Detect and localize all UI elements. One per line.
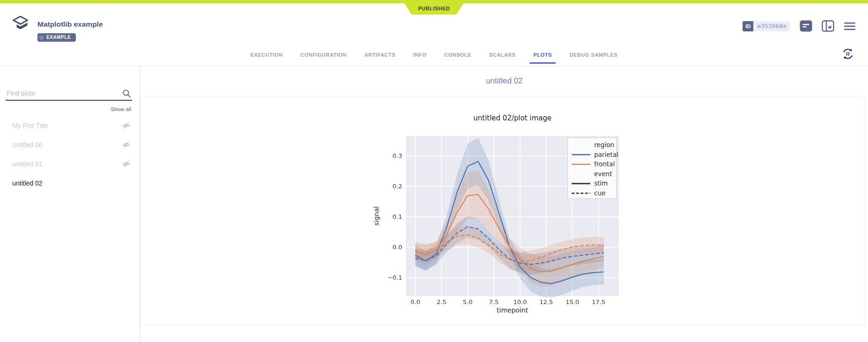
- plot-list: My Plot Title untitled 00 untitled 01: [0, 116, 140, 193]
- svg-text:parietal: parietal: [594, 151, 618, 158]
- svg-text:10.0: 10.0: [513, 298, 527, 305]
- tab-plots[interactable]: PLOTS: [533, 49, 552, 64]
- plot-item-label: My Plot Title: [12, 122, 122, 129]
- plot-list-item[interactable]: untitled 01: [0, 154, 140, 173]
- svg-text:0.2: 0.2: [392, 183, 402, 190]
- tab-bar: EXECUTION CONFIGURATION ARTIFACTS INFO C…: [0, 49, 868, 64]
- tab-debug-samples[interactable]: DEBUG SAMPLES: [570, 49, 618, 64]
- svg-text:5.0: 5.0: [463, 298, 473, 305]
- svg-text:17.5: 17.5: [592, 298, 605, 305]
- experiment-id-chip[interactable]: ID e3530b8e: [743, 21, 790, 31]
- tab-console[interactable]: CONSOLE: [444, 49, 471, 64]
- svg-text:15.0: 15.0: [566, 298, 579, 305]
- svg-text:0.1: 0.1: [392, 213, 402, 220]
- tab-execution[interactable]: EXECUTION: [250, 49, 283, 64]
- header-actions: ID e3530b8e: [743, 20, 856, 32]
- search-icon: [122, 89, 131, 98]
- plot-list-item-selected[interactable]: untitled 02: [0, 173, 140, 193]
- page-title: Matplotlib example: [37, 20, 103, 29]
- status-bar: [0, 0, 868, 3]
- experiment-logo-icon: [12, 16, 29, 32]
- details-view-icon[interactable]: [800, 20, 812, 32]
- plot-item-label: untitled 02: [12, 179, 130, 187]
- svg-text:signal: signal: [373, 206, 380, 225]
- plot-item-label: untitled 00: [12, 141, 122, 149]
- svg-text:2.5: 2.5: [437, 298, 447, 305]
- plot-list-item[interactable]: My Plot Title: [0, 116, 140, 135]
- id-label: ID: [743, 21, 753, 31]
- auto-refresh-icon[interactable]: [841, 47, 855, 61]
- example-tag: EXAMPLE: [37, 33, 76, 42]
- show-all-link[interactable]: Show all: [0, 106, 131, 112]
- tab-configuration[interactable]: CONFIGURATION: [301, 49, 347, 64]
- id-value: e3530b8e: [753, 21, 790, 31]
- plot-group-title: untitled 02: [140, 76, 868, 86]
- svg-text:timepoint: timepoint: [497, 306, 529, 314]
- svg-text:frontal: frontal: [594, 160, 615, 168]
- plot-list-item[interactable]: untitled 00: [0, 135, 140, 154]
- svg-text:7.5: 7.5: [489, 298, 499, 305]
- search-input[interactable]: [6, 87, 132, 100]
- panel-toggle-icon[interactable]: [822, 20, 834, 32]
- menu-icon[interactable]: [844, 22, 856, 31]
- eye-off-icon[interactable]: [122, 160, 130, 168]
- svg-text:−0.1: −0.1: [387, 274, 402, 281]
- svg-text:0.0: 0.0: [392, 244, 402, 251]
- svg-text:12.5: 12.5: [539, 298, 553, 305]
- tab-info[interactable]: INFO: [413, 49, 427, 64]
- svg-text:region: region: [594, 141, 614, 149]
- gear-icon: [38, 35, 44, 41]
- search-field: [6, 87, 132, 101]
- tab-artifacts[interactable]: ARTIFACTS: [364, 49, 395, 64]
- svg-text:stim: stim: [594, 179, 608, 187]
- svg-text:cue: cue: [594, 189, 605, 197]
- plots-sidebar: Show all My Plot Title untitled 00 untit…: [0, 66, 140, 342]
- plot-figure: untitled 02/plot image −0.10.00.10.20.30…: [363, 112, 625, 319]
- svg-text:0.3: 0.3: [392, 152, 402, 159]
- plot-item-label: untitled 01: [12, 160, 122, 168]
- example-tag-label: EXAMPLE: [46, 35, 71, 40]
- svg-text:0.0: 0.0: [411, 298, 420, 305]
- status-badge: PUBLISHED: [405, 3, 463, 15]
- eye-off-icon[interactable]: [122, 141, 130, 149]
- svg-text:event: event: [594, 170, 612, 178]
- eye-off-icon[interactable]: [122, 122, 130, 129]
- tab-scalars[interactable]: SCALARS: [489, 49, 516, 64]
- chart-canvas: −0.10.00.10.20.30.02.55.07.510.012.515.0…: [363, 112, 625, 319]
